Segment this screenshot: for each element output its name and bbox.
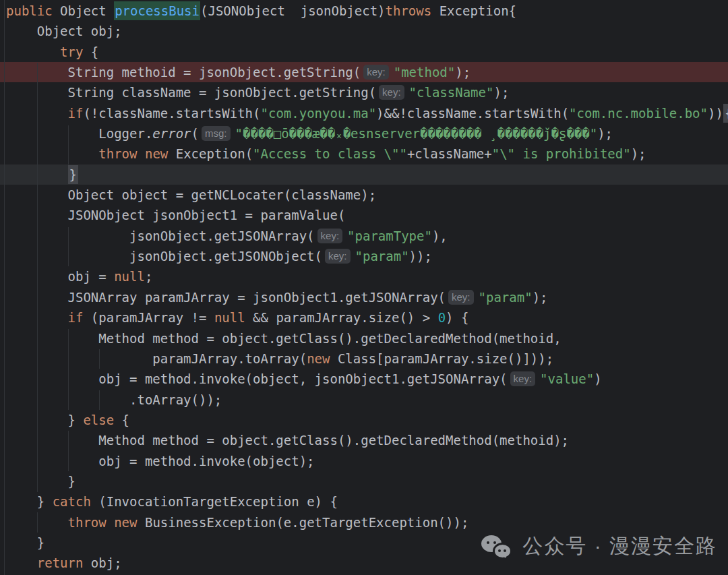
code-line: JSONObject jsonObject1 = paramValue( <box>0 205 728 225</box>
code-token: JSONArray paramJArray = jsonObject1.getJ… <box>6 290 446 305</box>
code-token: "className" <box>409 85 494 100</box>
watermark: 公众号 · 漫漫安全路 <box>481 532 717 560</box>
code-token: String methoid = jsonObject.getString( <box>6 65 361 80</box>
code-token: "com.yonyou.ma" <box>261 106 377 121</box>
code-token: new <box>307 351 330 366</box>
code-token: throw <box>68 515 107 530</box>
code-line: throw new BusinessException(e.getTargetE… <box>0 512 728 533</box>
code-token: (JSONObject jsonObject) <box>200 3 386 18</box>
code-token: "paramType" <box>347 229 432 243</box>
code-token <box>6 146 98 161</box>
inline-parameter-hint: key: <box>379 85 404 100</box>
code-token: )); <box>409 249 432 264</box>
code-token: Exception( <box>168 146 253 161</box>
code-line: paramJArray.toArray(new Class[paramJArra… <box>0 349 728 369</box>
code-line: if (paramJArray != null && paramJArray.s… <box>0 307 728 328</box>
code-token: obj = method.invoke(object); <box>6 454 315 468</box>
code-line: Method method = object.getClass().getDec… <box>0 430 728 450</box>
code-token <box>6 555 37 570</box>
code-token: Method method = object.getClass().getDec… <box>6 433 569 448</box>
code-token: return <box>37 555 84 570</box>
code-line: obj = method.invoke(object, jsonObject1.… <box>0 369 728 389</box>
code-token: "method" <box>394 65 456 80</box>
code-token: jsonObject.getJSONArray( <box>6 229 315 243</box>
code-token: } <box>68 165 78 184</box>
code-token: throw <box>98 146 137 161</box>
code-token: Object <box>53 3 115 18</box>
inline-parameter-hint: key: <box>317 229 343 243</box>
code-token: Logger. <box>6 126 152 141</box>
inline-parameter-hint: key: <box>510 371 536 386</box>
code-token: obj; <box>83 555 121 570</box>
code-line: jsonObject.getJSONObject(key:"param")); <box>0 246 728 266</box>
code-token <box>6 44 60 59</box>
code-token: if <box>68 310 84 325</box>
code-token <box>6 167 68 182</box>
code-line: } <box>0 471 728 491</box>
code-line: public Object processBusi(JSONObject jso… <box>0 1 728 21</box>
code-token: error <box>152 126 191 141</box>
code-token: (InvocationTargetException e) { <box>91 494 338 509</box>
code-token: (!className.startsWith( <box>83 106 260 121</box>
code-token: { <box>83 44 98 59</box>
code-line: try { <box>0 42 728 62</box>
code-token: { <box>723 104 728 123</box>
code-token: } <box>6 535 44 550</box>
code-token: throws <box>386 3 432 18</box>
code-line: } catch (InvocationTargetException e) { <box>0 491 728 512</box>
code-token: )) <box>708 106 723 121</box>
code-line: if(!className.startsWith("com.yonyou.ma"… <box>0 103 728 123</box>
code-editor[interactable]: public Object processBusi(JSONObject jso… <box>0 0 728 575</box>
code-token: null <box>114 269 145 284</box>
code-token: String className = jsonObject.getString( <box>6 85 376 100</box>
code-token: "value" <box>540 371 594 386</box>
code-token: "param" <box>479 290 533 305</box>
code-token: { <box>114 413 129 427</box>
code-token: Object obj; <box>6 24 122 38</box>
code-token: +className+ <box>407 146 492 161</box>
code-token: ); <box>631 146 646 161</box>
code-token: "com.nc.mobile.bo" <box>569 106 708 121</box>
code-line: String className = jsonObject.getString(… <box>0 82 728 102</box>
code-token: .toArray()); <box>6 392 222 407</box>
code-line: Object object = getNCLocater(className); <box>0 185 728 205</box>
code-area[interactable]: public Object processBusi(JSONObject jso… <box>0 1 728 574</box>
code-token: public <box>6 3 53 18</box>
code-token <box>6 106 68 121</box>
code-line: String methoid = jsonObject.getString(ke… <box>0 62 728 82</box>
code-token: && paramJArray.size() > <box>245 310 438 325</box>
code-token: Method method = object.getClass().getDec… <box>6 331 562 346</box>
code-line: throw new Exception("Access to class \""… <box>0 144 728 164</box>
code-token: )&&!className.startsWith( <box>376 106 569 121</box>
code-token: ( <box>191 126 199 141</box>
code-token: Class[paramJArray.size()])); <box>330 351 553 366</box>
wechat-icon <box>481 532 513 560</box>
inline-parameter-hint: key: <box>325 249 351 264</box>
code-token: obj = method.invoke(object, jsonObject1.… <box>6 371 508 386</box>
code-token: "Access to class \"" <box>253 146 407 161</box>
code-token: obj = <box>6 269 114 284</box>
code-line: obj = null; <box>0 266 728 286</box>
code-token <box>137 146 144 161</box>
code-line: .toArray()); <box>0 390 728 410</box>
code-token: if <box>68 106 84 121</box>
code-token <box>6 515 68 530</box>
code-token: } <box>6 494 53 509</box>
code-token: null <box>214 310 245 325</box>
inline-parameter-hint: key: <box>363 65 389 80</box>
code-token: ); <box>455 65 471 80</box>
code-token: ) { <box>446 310 468 325</box>
code-token: Exception{ <box>431 3 516 18</box>
watermark-text: 公众号 · 漫漫安全路 <box>522 533 717 560</box>
code-token <box>107 515 114 530</box>
code-token: JSONObject jsonObject1 = paramValue( <box>6 208 345 222</box>
code-token: ) <box>594 371 601 386</box>
code-line: JSONArray paramJArray = jsonObject1.getJ… <box>0 287 728 307</box>
code-token: processBusi <box>114 1 200 20</box>
code-token: (paramJArray != <box>83 310 214 325</box>
inline-parameter-hint: msg: <box>202 126 231 141</box>
code-token: "����□ō���æ��ₓ�esnserver�������� ¸������… <box>235 126 598 141</box>
code-token: ); <box>533 290 548 305</box>
code-token: ); <box>493 85 509 100</box>
code-token: new <box>145 146 168 161</box>
